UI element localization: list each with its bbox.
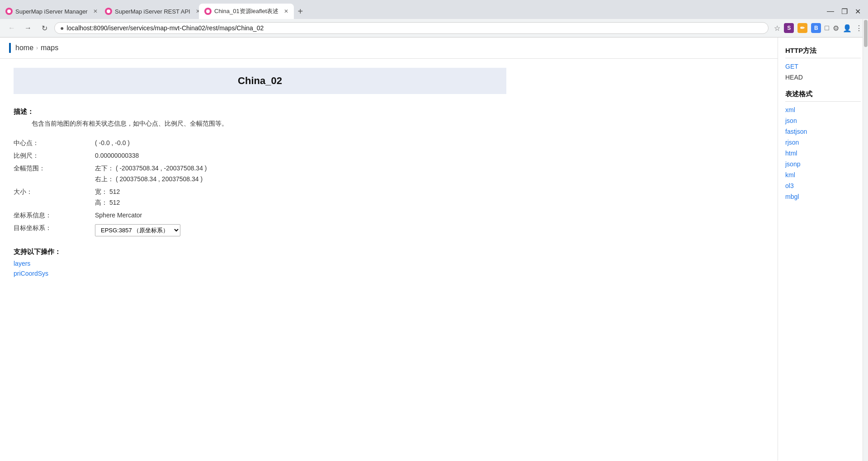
ops-section: 支持以下操作： layers priCoordSys: [14, 248, 506, 277]
tab-1-icon: [5, 8, 13, 15]
minimize-button[interactable]: —: [827, 7, 834, 15]
format-ol3[interactable]: ol3: [785, 182, 861, 189]
format-fastjson[interactable]: fastjson: [785, 128, 861, 135]
tab-3-close[interactable]: ✕: [284, 8, 288, 14]
svg-point-2: [206, 9, 210, 13]
http-head-label: HEAD: [785, 74, 861, 81]
tab-3[interactable]: China_01资源leaflet表述 ✕: [199, 4, 294, 19]
target-coord-value: EPSG:3857 （原坐标系）: [95, 222, 506, 239]
tab-2-close[interactable]: ✕: [196, 8, 199, 14]
scrollbar-thumb[interactable]: [864, 20, 868, 47]
format-html[interactable]: html: [785, 150, 861, 157]
description-label: 描述：: [14, 108, 506, 116]
size-row: 大小： 宽： 512 高： 512: [14, 186, 506, 209]
address-bar-row: ← → ↻ ● localhost:8090/iserver/services/…: [0, 19, 868, 37]
http-section-title: HTTP方法: [785, 47, 861, 58]
http-get-link[interactable]: GET: [785, 63, 861, 70]
format-jsonp[interactable]: jsonp: [785, 160, 861, 168]
breadcrumb-separator: ›: [36, 45, 38, 51]
center-label: 中心点：: [14, 137, 95, 150]
extensions-icon[interactable]: ⚙: [833, 24, 839, 33]
address-box[interactable]: ● localhost:8090/iserver/services/map-mv…: [54, 22, 769, 34]
tab-bar: SuperMap iServer Manager ✕ SuperMap iSer…: [0, 0, 868, 19]
breadcrumb-home-link[interactable]: home: [15, 44, 33, 52]
coord-label: 坐标系信息：: [14, 209, 95, 222]
scrollbar-track[interactable]: [863, 19, 868, 461]
window-controls: — ❐ ✕: [827, 7, 868, 16]
ops-link-layers[interactable]: layers: [14, 260, 506, 267]
forward-button[interactable]: →: [22, 22, 34, 34]
content-wrapper: China_02 描述： 包含当前地图的所有相关状态信息，如中心点、比例尺、全幅…: [0, 59, 520, 289]
center-value: ( -0.0 , -0.0 ): [95, 137, 506, 150]
page-content: home › maps China_02 描述： 包含当前地图的所有相关状态信息…: [0, 38, 868, 461]
format-rjson[interactable]: rjson: [785, 139, 861, 146]
new-tab-button[interactable]: +: [294, 5, 307, 18]
extent-bottom-left: 左下： ( -20037508.34 , -20037508.34 ): [95, 165, 502, 173]
svg-point-0: [7, 9, 11, 13]
main-area: home › maps China_02 描述： 包含当前地图的所有相关状态信息…: [0, 38, 778, 461]
scale-row: 比例尺： 0.00000000338: [14, 150, 506, 162]
tab-2-icon: [105, 8, 112, 15]
info-table: 中心点： ( -0.0 , -0.0 ) 比例尺： 0.00000000338 …: [14, 137, 506, 239]
breadcrumb-bar-decoration: [9, 43, 11, 53]
ops-section-label: 支持以下操作：: [14, 248, 506, 256]
address-text: localhost:8090/iserver/services/map-mvt-…: [66, 24, 763, 32]
screenshot-icon[interactable]: □: [825, 24, 829, 32]
ext-yellow-icon[interactable]: ✏: [797, 23, 807, 33]
refresh-button[interactable]: ↻: [38, 22, 51, 34]
extent-value: 左下： ( -20037508.34 , -20037508.34 ) 右上： …: [95, 162, 506, 186]
scale-label: 比例尺：: [14, 150, 95, 162]
ops-link-priCoorSys[interactable]: priCoordSys: [14, 270, 506, 277]
tab-3-label: China_01资源leaflet表述: [214, 7, 278, 15]
size-width: 宽： 512: [95, 188, 502, 196]
bookmark-icon[interactable]: ☆: [774, 24, 780, 33]
extent-label: 全幅范围：: [14, 162, 95, 186]
tab-1-close[interactable]: ✕: [93, 8, 98, 14]
page-title: China_02: [21, 75, 499, 87]
target-coord-label: 目标坐标系：: [14, 222, 95, 239]
menu-icon[interactable]: ⋮: [855, 24, 863, 33]
tab-2-label: SuperMap iServer REST API: [115, 8, 190, 15]
format-mbgl[interactable]: mbgl: [785, 193, 861, 200]
coord-row: 坐标系信息： Sphere Mercator: [14, 209, 506, 222]
profile-icon[interactable]: 👤: [843, 24, 852, 33]
ext-purple-icon[interactable]: S: [784, 23, 794, 33]
tab-1[interactable]: SuperMap iServer Manager ✕: [0, 4, 99, 19]
target-coord-row: 目标坐标系： EPSG:3857 （原坐标系）: [14, 222, 506, 239]
size-label: 大小：: [14, 186, 95, 209]
breadcrumb-current: maps: [41, 44, 58, 52]
extent-top-right: 右上： ( 20037508.34 , 20037508.34 ): [95, 175, 502, 183]
close-button[interactable]: ✕: [855, 7, 861, 16]
tab-1-label: SuperMap iServer Manager: [15, 8, 88, 15]
format-kml[interactable]: kml: [785, 171, 861, 179]
format-section: 表述格式 xml json fastjson rjson html jsonp …: [785, 90, 861, 200]
maximize-button[interactable]: ❐: [841, 7, 848, 16]
scale-value: 0.00000000338: [95, 150, 506, 162]
toolbar-icons: ☆ S ✏ B □ ⚙ 👤 ⋮: [774, 23, 863, 33]
extent-row: 全幅范围： 左下： ( -20037508.34 , -20037508.34 …: [14, 162, 506, 186]
format-section-title: 表述格式: [785, 90, 861, 102]
back-button[interactable]: ←: [5, 22, 18, 34]
page-title-box: China_02: [14, 68, 506, 94]
format-xml[interactable]: xml: [785, 106, 861, 113]
center-row: 中心点： ( -0.0 , -0.0 ): [14, 137, 506, 150]
browser-chrome: SuperMap iServer Manager ✕ SuperMap iSer…: [0, 0, 868, 38]
format-json[interactable]: json: [785, 117, 861, 124]
ext-blue-icon[interactable]: B: [811, 23, 821, 33]
tab-2[interactable]: SuperMap iServer REST API ✕: [99, 4, 199, 19]
sidebar: HTTP方法 GET HEAD 表述格式 xml json fastjson r…: [778, 38, 868, 461]
lock-icon: ●: [60, 24, 64, 32]
target-coord-select[interactable]: EPSG:3857 （原坐标系）: [95, 224, 180, 236]
coord-value: Sphere Mercator: [95, 209, 506, 222]
size-value: 宽： 512 高： 512: [95, 186, 506, 209]
breadcrumb: home › maps: [0, 38, 778, 59]
size-height: 高： 512: [95, 199, 502, 207]
svg-point-1: [107, 9, 110, 13]
description-text: 包含当前地图的所有相关状态信息，如中心点、比例尺、全幅范围等。: [32, 120, 506, 128]
tab-3-icon: [204, 8, 212, 15]
